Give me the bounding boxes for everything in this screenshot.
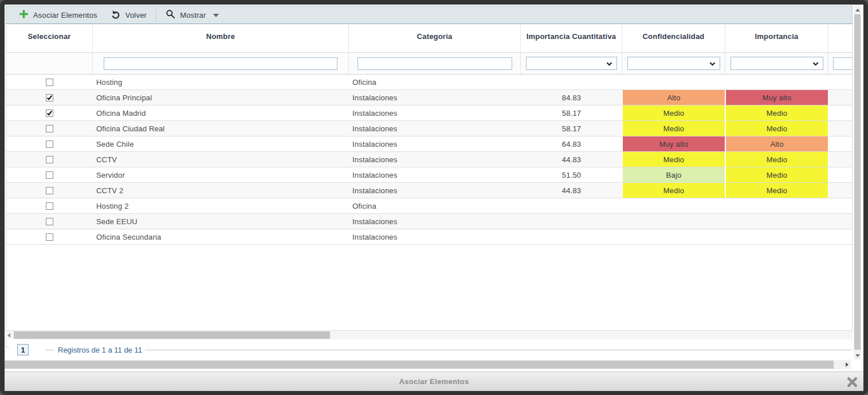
- importancia-badge: Medio: [725, 167, 828, 182]
- table-body: Hosting Oficina Oficina Principal Instal…: [6, 75, 852, 245]
- legend-line-right: [145, 350, 851, 350]
- legend-line-left: [45, 350, 54, 350]
- asociar-elementos-button[interactable]: Asociar Elementos: [12, 6, 104, 24]
- row-categoria: Oficina: [349, 198, 521, 213]
- vertical-scrollbar-thumb[interactable]: [854, 14, 861, 350]
- categoria-filter-input[interactable]: [358, 57, 512, 70]
- table-horizontal-scrollbar[interactable]: [6, 330, 853, 339]
- confidencialidad-badge: Medio: [622, 183, 725, 198]
- window-horizontal-scrollbar-thumb[interactable]: [5, 361, 834, 369]
- table-row: Sede EEUU Instalaciones: [6, 214, 852, 229]
- records-count-text: Registros de 1 a 11 de 11: [58, 346, 142, 354]
- dialog-content: Asociar Elementos Volver: [5, 5, 863, 391]
- chevron-down-icon: [606, 61, 612, 67]
- table-horizontal-scrollbar-thumb[interactable]: [14, 331, 330, 339]
- scroll-left-icon[interactable]: [7, 333, 10, 338]
- importancia-badge: Medio: [725, 105, 828, 120]
- row-checkbox[interactable]: [46, 187, 53, 194]
- row-categoria: Instalaciones: [349, 229, 521, 244]
- row-categoria: Instalaciones: [349, 121, 521, 136]
- row-nombre: Servidor: [93, 167, 349, 182]
- importancia-filter-select[interactable]: [730, 57, 823, 70]
- records-legend: Registros de 1 a 11 de 11: [45, 345, 851, 355]
- row-nombre: Hosting 2: [93, 198, 349, 213]
- volver-button[interactable]: Volver: [104, 6, 154, 24]
- row-categoria: Instalaciones: [349, 167, 521, 182]
- row-checkbox[interactable]: [46, 233, 53, 241]
- row-checkbox[interactable]: [46, 140, 53, 148]
- row-importancia-cuantitativa: [521, 214, 622, 229]
- row-nombre: Oficina Principal: [93, 90, 349, 105]
- window-horizontal-scrollbar[interactable]: [5, 360, 851, 369]
- importancia-badge: Alto: [725, 136, 828, 151]
- row-checkbox[interactable]: [46, 202, 53, 210]
- confidencialidad-badge: Bajo: [622, 167, 725, 182]
- row-nombre: CCTV 2: [93, 183, 349, 198]
- dialog-title: Asociar Elementos: [399, 377, 469, 386]
- column-header-confidencialidad: Confidencialidad: [622, 24, 725, 52]
- confidencialidad-badge: Alto: [622, 90, 725, 105]
- scroll-up-icon[interactable]: [855, 9, 860, 11]
- table-row: Hosting Oficina: [6, 75, 852, 90]
- row-checkbox[interactable]: [46, 125, 53, 132]
- plus-icon: [19, 9, 29, 21]
- row-checkbox[interactable]: [46, 94, 53, 101]
- scroll-right-icon[interactable]: [846, 362, 849, 367]
- column-header-seleccionar: Seleccionar: [6, 24, 93, 52]
- confidencialidad-filter-select[interactable]: [627, 57, 720, 70]
- table-row: Sede Chile Instalaciones 64.83 Muy alto …: [6, 136, 852, 152]
- row-checkbox[interactable]: [46, 79, 53, 86]
- volver-label: Volver: [125, 11, 147, 19]
- vertical-scrollbar[interactable]: [854, 6, 861, 359]
- page-1-button[interactable]: 1: [17, 344, 29, 355]
- row-importancia-cuantitativa: 51.50: [521, 167, 622, 182]
- confidencialidad-badge: Medio: [622, 121, 725, 136]
- importancia-cuantitativa-filter-select[interactable]: [526, 57, 617, 70]
- table-row: Servidor Instalaciones 51.50 Bajo Medio: [6, 167, 852, 183]
- asociar-elementos-label: Asociar Elementos: [33, 11, 97, 19]
- row-checkbox[interactable]: [46, 156, 53, 163]
- table-row: CCTV 2 Instalaciones 44.83 Medio Medio: [6, 183, 852, 198]
- row-categoria: Instalaciones: [349, 105, 521, 120]
- mostrar-button[interactable]: Mostrar: [159, 6, 225, 24]
- table-row: Hosting 2 Oficina: [6, 198, 852, 214]
- row-importancia-cuantitativa: [521, 198, 622, 213]
- table-region: Seleccionar Nombre Categoria Importancia…: [6, 24, 853, 330]
- row-nombre: Hosting: [93, 75, 349, 89]
- filter-row: [6, 53, 852, 75]
- pagination-bar: 1 Registros de 1 a 11 de 11: [6, 339, 853, 360]
- row-nombre: Oficina Secundaria: [93, 229, 349, 244]
- extra-filter-input[interactable]: [833, 57, 852, 70]
- importancia-badge: Muy alto: [725, 90, 828, 105]
- confidencialidad-badge: Medio: [622, 152, 725, 167]
- row-nombre: Sede EEUU: [93, 214, 349, 229]
- table-row: Oficina Madrid Instalaciones 58.17 Medio…: [6, 105, 852, 121]
- close-icon[interactable]: [846, 376, 858, 388]
- filter-cell-seleccionar: [6, 53, 93, 74]
- row-categoria: Oficina: [349, 75, 521, 89]
- row-importancia-cuantitativa: 58.17: [521, 121, 622, 136]
- column-header-extra: [828, 24, 852, 52]
- column-header-importancia-cuantitativa: Importancia Cuantitativa: [521, 24, 622, 52]
- row-checkbox[interactable]: [46, 109, 53, 117]
- column-header-categoria: Categoria: [349, 24, 521, 52]
- table-row: Oficina Secundaria Instalaciones: [6, 229, 852, 245]
- row-importancia-cuantitativa: [521, 229, 622, 244]
- dialog-footer: Asociar Elementos: [5, 371, 863, 391]
- chevron-down-icon: [213, 14, 219, 17]
- scroll-down-icon[interactable]: [855, 354, 860, 357]
- dialog-window: Asociar Elementos Volver: [0, 0, 868, 395]
- confidencialidad-badge: Medio: [622, 105, 725, 120]
- row-categoria: Instalaciones: [349, 136, 521, 151]
- importancia-badge: Medio: [725, 121, 828, 136]
- row-categoria: Instalaciones: [349, 90, 521, 105]
- row-nombre: Oficina Madrid: [93, 105, 349, 120]
- row-checkbox[interactable]: [46, 171, 53, 179]
- table-row: Oficina Principal Instalaciones 84.83 Al…: [6, 90, 852, 105]
- table-border-corner: [6, 338, 9, 347]
- row-checkbox[interactable]: [46, 218, 53, 225]
- search-icon: [166, 9, 175, 21]
- nombre-filter-input[interactable]: [104, 57, 337, 70]
- row-categoria: Instalaciones: [349, 152, 521, 167]
- toolbar-divider: [156, 9, 156, 21]
